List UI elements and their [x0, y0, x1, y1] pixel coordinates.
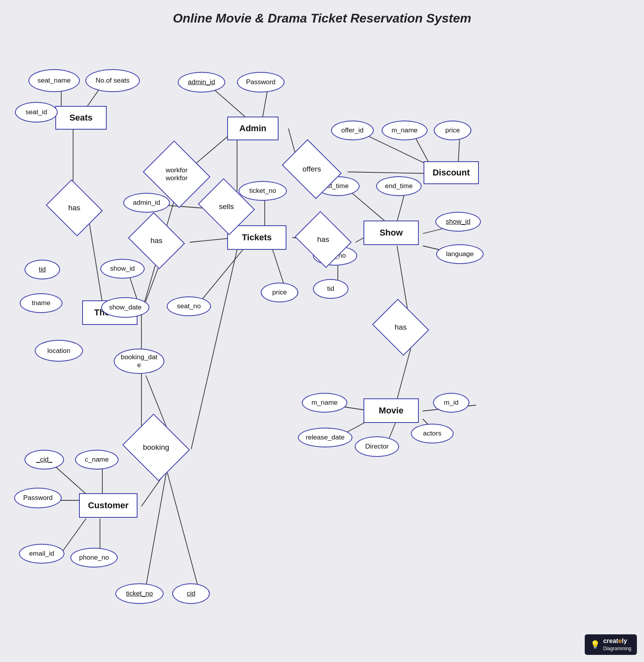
attr-show-date: show_date [101, 297, 149, 318]
attr-show-id-show: show_id [435, 212, 481, 232]
attr-show-id-theatre: show_id [100, 259, 145, 279]
diagram-container: Online Movie & Drama Ticket Reservation … [0, 0, 644, 662]
rel-workfor: workfor workfor [151, 152, 202, 196]
entity-movie: Movie [363, 398, 419, 423]
attr-admin-id-top: admin_id [178, 72, 225, 92]
rel-has-seats: has [52, 190, 96, 226]
attr-m-name-disc: m_name [382, 121, 427, 140]
attr-ticket-no-booking: ticket_no [115, 583, 164, 604]
attr-cid-booking: cid [172, 583, 210, 604]
attr-location: location [35, 340, 83, 362]
rel-booking: booking [130, 425, 182, 470]
bulb-icon: 💡 [590, 640, 600, 649]
svg-line-41 [146, 470, 167, 585]
attr-password-customer: Password [14, 488, 62, 508]
attr-seat-no: seat_no [167, 296, 211, 316]
attr-password-admin: Password [237, 72, 284, 92]
attr-no-of-seats: No.of seats [85, 69, 140, 92]
svg-line-43 [191, 250, 237, 449]
rel-offers: offers [288, 151, 336, 187]
watermark: 💡 createlyDiagramming [585, 634, 637, 655]
attr-booking-date: booking_dat e [114, 349, 164, 374]
attr-offer-id: offer_id [331, 121, 374, 140]
entity-customer: Customer [79, 493, 137, 518]
attr-cid: _cid_ [24, 450, 64, 470]
attr-price-ticket: price [261, 283, 298, 302]
entity-tickets: Tickets [227, 225, 286, 250]
svg-line-29 [397, 348, 411, 399]
attr-price-disc: price [434, 121, 471, 140]
attr-c-name: c_name [75, 450, 119, 470]
attr-seat-name: seat_name [28, 69, 80, 92]
attr-release-date: release_date [298, 428, 352, 447]
attr-tid-show: tid [313, 279, 348, 299]
svg-line-42 [167, 470, 198, 585]
entity-admin: Admin [227, 117, 279, 140]
rel-has-movie: has [378, 309, 423, 345]
rel-has-show: has [301, 221, 345, 258]
rel-sells: sells [204, 189, 249, 225]
svg-line-16 [348, 172, 431, 174]
entity-discount: Discount [424, 161, 479, 184]
attr-tname: tname [20, 293, 62, 313]
entity-seats: Seats [55, 106, 107, 130]
attr-seat-id: seat_id [15, 102, 58, 123]
attr-phone-no: phone_no [70, 548, 118, 568]
attr-tid-theatre: tid [24, 260, 60, 279]
rel-has-theatre: has [134, 223, 179, 259]
attr-director: Director [355, 436, 399, 457]
attr-m-id: m_id [433, 393, 469, 413]
attr-language: language [436, 244, 484, 264]
attr-end-time: end_time [376, 176, 422, 196]
attr-email-id: email_id [19, 544, 64, 564]
attr-m-name-movie: m_name [302, 393, 347, 413]
attr-actors: actors [411, 424, 454, 443]
entity-show: Show [363, 221, 419, 245]
